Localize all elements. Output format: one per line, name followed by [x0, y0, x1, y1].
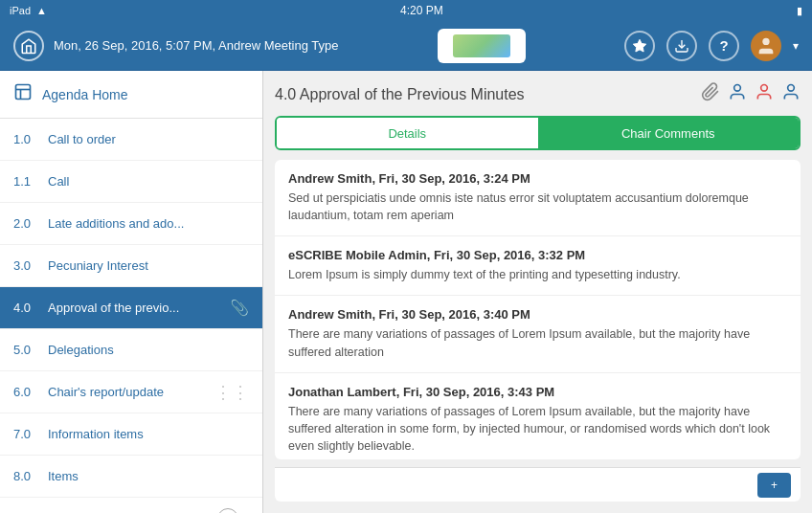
drag-handle-icon: ⋮⋮ — [214, 382, 249, 403]
header-left: Mon, 26 Sep, 2016, 5:07 PM, Andrew Meeti… — [13, 31, 339, 61]
panel-title: 4.0 Approval of the Previous Minutes — [275, 86, 525, 103]
sidebar-item-60[interactable]: 6.0 Chair's report/update ⋮⋮ — [0, 371, 262, 413]
comment-text-0: Sed ut perspiciatis unde omnis iste natu… — [288, 190, 787, 224]
ipad-label: iPad — [10, 5, 31, 16]
comment-author-1: eSCRIBE Mobile Admin, Fri, 30 Sep, 2016,… — [288, 248, 787, 262]
panel-actions — [701, 82, 801, 106]
sidebar: Agenda Home 1.0 Call to order 1.1 Call 2… — [0, 71, 263, 513]
agenda-icon — [13, 82, 33, 106]
add-comment-button[interactable]: + — [757, 473, 791, 498]
status-bar: iPad ▲ 4:20 PM ▮ — [0, 0, 812, 21]
svg-point-6 — [734, 85, 741, 92]
battery-icon: ▮ — [797, 5, 802, 17]
help-button[interactable]: ? — [709, 31, 739, 61]
tab-details[interactable]: Details — [277, 118, 538, 148]
comment-item-1: eSCRIBE Mobile Admin, Fri, 30 Sep, 2016,… — [275, 236, 801, 296]
sidebar-item-50[interactable]: 5.0 Delegations — [0, 329, 262, 371]
comment-item-3: Jonathan Lambert, Fri, 30 Sep, 2016, 3:4… — [275, 373, 801, 459]
paperclip-icon[interactable] — [701, 82, 720, 106]
comment-text-2: There are many variations of passages of… — [288, 325, 787, 360]
header-actions: ? ▾ — [624, 31, 799, 61]
star-button[interactable] — [624, 31, 655, 61]
sidebar-item-30[interactable]: 3.0 Pecuniary Interest — [0, 245, 262, 287]
comment-text-3: There are many variations of passages of… — [288, 403, 787, 455]
sidebar-home[interactable]: Agenda Home — [0, 71, 262, 119]
tabs: Details Chair Comments — [275, 116, 801, 150]
panel-header: 4.0 Approval of the Previous Minutes — [275, 82, 801, 106]
avatar[interactable] — [751, 31, 781, 61]
avatar-chevron[interactable]: ▾ — [793, 39, 799, 53]
svg-point-8 — [788, 85, 795, 92]
home-button[interactable] — [13, 31, 44, 61]
logo-image — [453, 34, 510, 57]
comment-text-1: Lorem Ipsum is simply dummy text of the … — [288, 266, 787, 283]
svg-point-7 — [761, 85, 768, 92]
sidebar-item-10[interactable]: 1.0 Call to order — [0, 119, 262, 161]
comment-author-0: Andrew Smith, Fri, 30 Sep, 2016, 3:24 PM — [288, 171, 787, 186]
comment-author-3: Jonathan Lambert, Fri, 30 Sep, 2016, 3:4… — [288, 385, 787, 399]
bottom-bar: + — [275, 467, 801, 502]
header-breadcrumb: Mon, 26 Sep, 2016, 5:07 PM, Andrew Meeti… — [54, 38, 339, 53]
user-icon-3[interactable] — [781, 82, 801, 106]
sidebar-item-40[interactable]: 4.0 Approval of the previo... 📎 — [0, 287, 262, 329]
main-content: Agenda Home 1.0 Call to order 1.1 Call 2… — [0, 71, 812, 513]
closed-session-icons: i › — [217, 508, 249, 514]
info-icon[interactable]: i — [217, 508, 238, 514]
comment-author-2: Andrew Smith, Fri, 30 Sep, 2016, 3:40 PM — [288, 307, 787, 322]
header-logo — [438, 29, 526, 63]
svg-marker-0 — [633, 39, 645, 52]
status-right: ▮ — [797, 5, 802, 17]
user-icon-2[interactable] — [755, 82, 774, 106]
comments-area: Andrew Smith, Fri, 30 Sep, 2016, 3:24 PM… — [275, 160, 801, 459]
sidebar-item-70[interactable]: 7.0 Information items — [0, 413, 262, 456]
sidebar-item-11[interactable]: 1.1 Call — [0, 161, 262, 203]
sidebar-item-90[interactable]: 9.0 Closed session i › — [0, 498, 262, 513]
svg-point-2 — [762, 37, 769, 44]
user-icon-1[interactable] — [728, 82, 747, 106]
header-bar: Mon, 26 Sep, 2016, 5:07 PM, Andrew Meeti… — [0, 21, 812, 71]
agenda-home-label: Agenda Home — [42, 87, 128, 102]
right-panel: 4.0 Approval of the Previous Minutes — [263, 71, 812, 513]
status-time: 4:20 PM — [400, 4, 443, 17]
question-icon: ? — [719, 37, 728, 54]
comment-item-2: Andrew Smith, Fri, 30 Sep, 2016, 3:40 PM… — [275, 296, 801, 372]
svg-rect-3 — [16, 85, 31, 100]
comment-item-0: Andrew Smith, Fri, 30 Sep, 2016, 3:24 PM… — [275, 160, 801, 236]
wifi-icon: ▲ — [36, 5, 47, 16]
attachment-icon: 📎 — [230, 299, 249, 317]
sidebar-item-80[interactable]: 8.0 Items — [0, 456, 262, 498]
status-left: iPad ▲ — [10, 5, 47, 16]
sidebar-item-20[interactable]: 2.0 Late additions and ado... — [0, 203, 262, 245]
download-button[interactable] — [666, 31, 697, 61]
tab-chair-comments[interactable]: Chair Comments — [538, 118, 800, 148]
